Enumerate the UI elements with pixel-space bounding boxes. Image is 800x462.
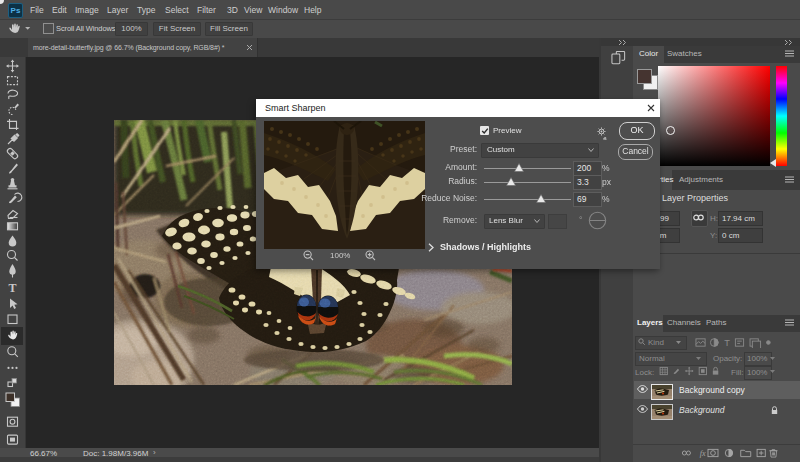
svg-text:T: T [8,281,16,295]
svg-text:T: T [724,338,730,348]
svg-text:fx: fx [700,449,706,458]
